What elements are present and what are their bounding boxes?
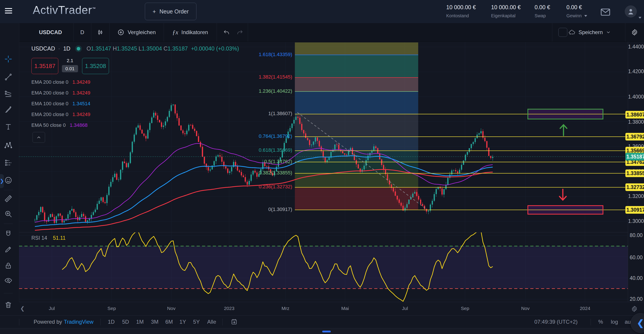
range-button-1m[interactable]: 1M	[136, 319, 144, 325]
undo-icon[interactable]	[220, 23, 233, 42]
settings-gear-icon[interactable]	[625, 23, 644, 42]
range-button-alle[interactable]: Alle	[207, 319, 216, 325]
rsi-legend: RSI 1451.11	[32, 235, 66, 241]
indicators-button[interactable]: ƒx Indikatoren	[164, 23, 216, 42]
mail-icon[interactable]	[600, 7, 611, 16]
time-tick[interactable]: Mrz	[282, 306, 290, 311]
circle-plus-icon	[117, 29, 124, 36]
goto-date-icon[interactable]	[230, 318, 238, 325]
time-tick[interactable]: Mai	[341, 306, 349, 311]
legend-interval[interactable]: 1D	[63, 45, 70, 52]
ohlc-key: L	[138, 45, 142, 52]
sell-button[interactable]: 1.35187	[32, 58, 58, 74]
scroll-left-chevron[interactable]: ❮	[20, 305, 25, 311]
indicator-row[interactable]: EMA 200 close 01.34249	[32, 109, 90, 120]
panel-expander-chevron[interactable]: ❯	[0, 174, 4, 188]
chart-type-candles-button[interactable]	[91, 23, 110, 42]
fib-label: 1.618(1.43359)	[220, 52, 292, 58]
emoji-icon[interactable]	[3, 175, 13, 185]
toolbar-divider	[4, 190, 13, 190]
stat-value: 0.00 €	[534, 4, 550, 11]
fib-label: 0.764(1.36792)	[220, 133, 292, 139]
price-level-label: 1.30917	[626, 206, 644, 214]
ohlc-value: 1.35245	[117, 45, 138, 52]
range-button-5d[interactable]: 5D	[122, 319, 129, 325]
time-tick[interactable]: Sep	[461, 306, 469, 311]
fib-retracement-icon[interactable]	[3, 89, 13, 99]
eye-icon[interactable]	[3, 275, 13, 285]
time-tick[interactable]: Jul	[49, 306, 55, 311]
fib-label: 0.5(1.34762)	[220, 159, 292, 165]
time-tick[interactable]: 2024	[580, 306, 590, 311]
scale-button-log[interactable]: log	[611, 319, 618, 325]
buy-button[interactable]: 1.35208	[82, 58, 109, 74]
ohlc-value: 1.35147	[91, 45, 112, 52]
avatar-caret-icon[interactable]	[638, 17, 642, 19]
time-tick[interactable]: Nov	[521, 306, 530, 311]
compare-button[interactable]: Vergleichen	[110, 23, 164, 42]
ohlc-value: 1.35004	[142, 45, 164, 52]
zoom-in-icon[interactable]	[3, 209, 13, 219]
account-stat: 0.00 €Gewinn	[566, 4, 588, 19]
resize-handle[interactable]	[322, 331, 331, 332]
interval-button[interactable]: D	[74, 23, 91, 42]
indicator-row[interactable]: EMA 200 close 01.34249	[32, 88, 90, 98]
axis-settings-gear-icon[interactable]	[631, 305, 638, 312]
scale-button-percent[interactable]: %	[598, 319, 603, 325]
indicator-row[interactable]: EMA 50 close 01.34868	[32, 120, 88, 131]
indicator-label: EMA 200 close 0	[32, 90, 68, 96]
spread-value: 2.1	[59, 58, 81, 63]
indicator-label: EMA 100 close 0	[32, 101, 68, 107]
account-stat: 10 000.00 €Eigenkapital	[491, 4, 521, 19]
legend-collapse-button[interactable]	[32, 132, 45, 143]
save-button[interactable]: Speichern	[554, 23, 625, 42]
time-tick[interactable]: 2023	[224, 306, 234, 311]
range-button-1d[interactable]: 1D	[108, 319, 115, 325]
text-icon[interactable]	[3, 122, 13, 132]
price-tick: 1.42000	[628, 69, 644, 75]
account-stat: 10 000.00 €Kontostand	[446, 4, 476, 19]
ruler-icon[interactable]	[3, 194, 13, 204]
clock[interactable]: 07:49:39 (UTC+2)	[534, 319, 578, 325]
fib-label: 0(1.30917)	[220, 206, 292, 212]
time-tick[interactable]: Jul	[402, 306, 408, 311]
tradingview-link[interactable]: TradingView	[64, 319, 94, 325]
price-chart[interactable]	[19, 42, 628, 302]
time-tick[interactable]: Nov	[167, 306, 175, 311]
trend-line-icon[interactable]	[3, 72, 13, 82]
range-button-1y[interactable]: 1Y	[180, 319, 186, 325]
chevron-down-icon	[606, 30, 611, 35]
redo-icon[interactable]	[233, 23, 247, 42]
quantity-value[interactable]: 0.01	[62, 65, 78, 72]
range-button-6m[interactable]: 6M	[165, 319, 173, 325]
edit-icon[interactable]	[3, 244, 13, 254]
time-tick[interactable]: Sep	[108, 306, 116, 311]
time-axis[interactable]: ❮ JulSepNov2023MrzMaiJulSepNov2024	[19, 302, 644, 315]
spread-block: 2.1 0.01	[59, 58, 81, 74]
bottom-strip	[0, 328, 644, 334]
brush-icon[interactable]	[3, 105, 13, 115]
indicator-row[interactable]: EMA 200 close 01.34249	[32, 77, 90, 88]
avatar[interactable]	[625, 6, 637, 18]
price-axis[interactable]: 1.440001.420001.400001.380001.360001.340…	[628, 42, 644, 315]
crosshair-icon[interactable]	[3, 54, 13, 64]
lock-icon[interactable]	[3, 261, 13, 270]
legend-symbol[interactable]: USDCAD	[32, 45, 55, 52]
range-button-5y[interactable]: 5Y	[193, 319, 200, 325]
chart-toolbar: USDCAD D Vergleichen ƒx Indikatoren S	[19, 23, 644, 42]
stat-caret-icon[interactable]	[584, 15, 587, 17]
range-button-3m[interactable]: 3M	[151, 319, 158, 325]
trash-icon[interactable]	[3, 300, 13, 310]
indicator-row[interactable]: EMA 100 close 01.34514	[32, 98, 90, 109]
symbol-button[interactable]: USDCAD	[24, 23, 77, 42]
indicator-value: 1.34868	[70, 122, 88, 128]
new-order-button[interactable]: + Neue Order	[145, 3, 196, 20]
xabcd-pattern-icon[interactable]	[3, 141, 13, 150]
plus-icon: +	[152, 8, 156, 15]
menu-icon[interactable]	[5, 8, 12, 14]
indicator-value: 1.34249	[72, 79, 90, 85]
forecast-icon[interactable]	[3, 158, 13, 168]
price-tick: 1.32000	[628, 193, 644, 199]
magnet-icon[interactable]	[3, 229, 13, 239]
ohlc-key: C	[164, 45, 168, 52]
